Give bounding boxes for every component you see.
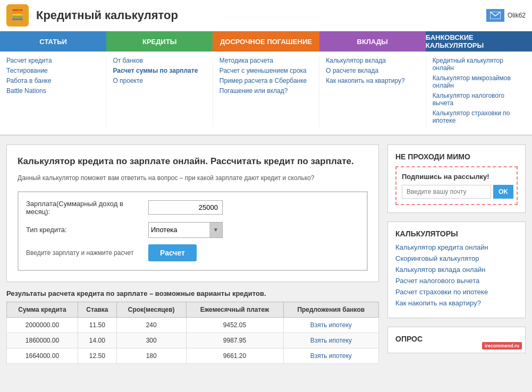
link-metodika[interactable]: Методика расчета bbox=[219, 57, 313, 64]
salary-label: Зарплата(Суммарный доход в месяц): bbox=[26, 200, 148, 216]
nav-item-kalkulyatory[interactable]: БАНКОВСКИЕ КАЛЬКУЛЯТОРЫ bbox=[426, 31, 532, 52]
calculators-section: КАЛЬКУЛЯТОРЫ Калькулятор кредита онлайн … bbox=[387, 221, 526, 318]
credit-type-label: Тип кредита: bbox=[26, 226, 148, 234]
user-name: Olik62 bbox=[508, 12, 526, 19]
cell-rate-2: 14.00 bbox=[78, 333, 116, 348]
link-strakhovki[interactable]: Калькулятор страховки по ипотеке bbox=[433, 109, 526, 124]
calc-link-2[interactable]: Скоринговый калькулятор bbox=[395, 254, 479, 262]
calc-hint: Введите зарплату и нажмите расчет bbox=[26, 249, 148, 257]
nav-item-dosrochnoe[interactable]: ДОСРОЧНОЕ ПОГАШЕНИЕ bbox=[213, 31, 319, 52]
cell-sum-1: 2000000.00 bbox=[7, 317, 78, 333]
list-item: Скоринговый калькулятор bbox=[395, 254, 518, 262]
results-table: Сумма кредита Ставка Срок(месяцев) Ежеме… bbox=[6, 302, 379, 364]
cell-sum-2: 1860000.00 bbox=[7, 333, 78, 348]
newsletter-email-input[interactable] bbox=[402, 185, 491, 199]
cell-link-2[interactable]: Взять ипотеку bbox=[283, 333, 378, 348]
recommend-badge: irecommend.ru bbox=[482, 342, 522, 350]
nav-item-statyi[interactable]: СТАТЬИ bbox=[0, 31, 106, 52]
calc-link-4[interactable]: Расчет налогового вычета bbox=[395, 277, 479, 285]
col-header-term: Срок(месяцев) bbox=[116, 302, 186, 317]
calc-link-3[interactable]: Калькулятор вклада онлайн bbox=[395, 266, 485, 274]
content-area: Калькулятор кредита по зарплате онлайн. … bbox=[6, 144, 379, 364]
header-title: Кредитный калькулятор bbox=[36, 8, 486, 22]
cell-link-1[interactable]: Взять ипотеку bbox=[283, 317, 378, 333]
cell-sum-3: 1664000.00 bbox=[7, 348, 78, 363]
dropdown-col-1: Расчет кредита Тестирование Работа в бан… bbox=[0, 57, 106, 127]
list-item: Калькулятор кредита онлайн bbox=[395, 243, 518, 251]
link-ipoteka-3[interactable]: Взять ипотеку bbox=[310, 352, 352, 360]
cell-payment-2: 9987.95 bbox=[186, 333, 283, 348]
link-primer-sberbank[interactable]: Пример расчета в Сбербанке bbox=[219, 77, 313, 84]
link-battle-nations[interactable]: Battle Nations bbox=[6, 87, 99, 95]
link-ot-bankov[interactable]: От банков bbox=[113, 57, 206, 64]
opros-section: ОПРОС irecommend.ru bbox=[387, 327, 526, 353]
logo: 🧮 bbox=[6, 4, 29, 27]
nav-item-vklady[interactable]: ВКЛАДЫ bbox=[319, 31, 426, 52]
newsletter-box: Подпишись на рассылку! OK bbox=[395, 166, 518, 205]
credit-type-select[interactable]: Ипотека Потребительский Автокредит bbox=[149, 224, 209, 236]
cell-payment-1: 9452.05 bbox=[186, 317, 283, 333]
cell-term-1: 240 bbox=[116, 317, 186, 333]
select-arrow-icon: ▼ bbox=[209, 223, 222, 237]
link-nakopyt-kvartiru[interactable]: Как накопить на квартиру? bbox=[326, 77, 419, 84]
link-kalkulator-vklada[interactable]: Калькулятор вклада bbox=[326, 57, 419, 64]
calc-link-1[interactable]: Калькулятор кредита онлайн bbox=[395, 243, 488, 251]
table-row: 1664000.00 12.50 180 9661.20 Взять ипоте… bbox=[7, 348, 379, 363]
list-item: Как накопить на квартиру? bbox=[395, 299, 518, 307]
newsletter-input-row: OK bbox=[402, 185, 511, 199]
header-user: Olik62 bbox=[486, 9, 526, 22]
dropdown-col-5: Кредитный калькулятор онлайн Калькулятор… bbox=[426, 57, 532, 127]
nav-item-kredity[interactable]: КРЕДИТЫ bbox=[106, 31, 213, 52]
calc-title: Калькулятор кредита по зарплате онлайн. … bbox=[18, 156, 368, 167]
cell-rate-3: 12.50 bbox=[78, 348, 116, 363]
credit-type-select-wrap[interactable]: Ипотека Потребительский Автокредит ▼ bbox=[148, 222, 223, 238]
calc-links-list: Калькулятор кредита онлайн Скоринговый к… bbox=[395, 243, 518, 307]
link-rabota-v-banke[interactable]: Работа в банке bbox=[6, 77, 99, 84]
link-raschet-summy[interactable]: Расчет суммы по зарплате bbox=[113, 67, 206, 74]
dropdown-nav: Расчет кредита Тестирование Работа в бан… bbox=[0, 52, 532, 136]
calculators-title: КАЛЬКУЛЯТОРЫ bbox=[395, 229, 518, 238]
col-header-payment: Ежемесячный платеж bbox=[186, 302, 283, 317]
link-o-raschete-vklada[interactable]: О расчете вклада bbox=[326, 67, 419, 74]
link-raschet-kredita[interactable]: Расчет кредита bbox=[6, 57, 99, 64]
cell-link-3[interactable]: Взять ипотеку bbox=[283, 348, 378, 363]
link-ipoteka-1[interactable]: Взять ипотеку bbox=[310, 321, 352, 329]
link-testirovanie[interactable]: Тестирование bbox=[6, 67, 99, 74]
salary-input[interactable] bbox=[148, 200, 223, 215]
dropdown-col-2: От банков Расчет суммы по зарплате О про… bbox=[106, 57, 213, 127]
newsletter-title: Не проходи мимо bbox=[395, 152, 518, 161]
cell-term-2: 300 bbox=[116, 333, 186, 348]
link-ipoteka-2[interactable]: Взять ипотеку bbox=[310, 337, 352, 344]
salary-row: Зарплата(Суммарный доход в месяц): bbox=[26, 200, 359, 216]
col-header-rate: Ставка bbox=[78, 302, 116, 317]
col-header-offers: Предложения банков bbox=[283, 302, 378, 317]
link-nalogovogo-vycheta[interactable]: Калькулятор налогового вычета bbox=[433, 92, 526, 107]
list-item: Расчет страховки по ипотеке bbox=[395, 288, 518, 296]
calc-link-5[interactable]: Расчет страховки по ипотеке bbox=[395, 288, 488, 296]
calculator-box: Калькулятор кредита по зарплате онлайн. … bbox=[6, 144, 379, 282]
link-kreditny-kalkulator[interactable]: Кредитный калькулятор онлайн bbox=[433, 57, 526, 72]
link-pogashenie-vklad[interactable]: Погашение или вклад? bbox=[219, 87, 313, 95]
link-mikrozaymov[interactable]: Калькулятор микрозаймов онлайн bbox=[433, 74, 526, 89]
link-umenshenie-sroka[interactable]: Расчет с уменьшением срока bbox=[219, 67, 313, 74]
header: 🧮 Кредитный калькулятор Olik62 bbox=[0, 0, 532, 31]
credit-type-row: Тип кредита: Ипотека Потребительский Авт… bbox=[26, 222, 359, 238]
main-nav: СТАТЬИ КРЕДИТЫ ДОСРОЧНОЕ ПОГАШЕНИЕ ВКЛАД… bbox=[0, 31, 532, 52]
envelope-icon bbox=[490, 12, 501, 19]
calc-link-6[interactable]: Как накопить на квартиру? bbox=[395, 299, 481, 307]
newsletter-box-title: Подпишись на рассылку! bbox=[402, 173, 511, 181]
calc-bottom-row: Введите зарплату и нажмите расчет Расчет bbox=[26, 244, 359, 261]
list-item: Расчет налогового вычета bbox=[395, 277, 518, 285]
cell-term-3: 180 bbox=[116, 348, 186, 363]
calc-desc: Данный калькулятор поможет вам ответить … bbox=[18, 174, 368, 183]
calc-button[interactable]: Расчет bbox=[148, 244, 197, 261]
table-row: 1860000.00 14.00 300 9987.95 Взять ипоте… bbox=[7, 333, 379, 348]
calc-form: Зарплата(Суммарный доход в месяц): Тип к… bbox=[18, 191, 368, 271]
link-o-proekte[interactable]: О проекте bbox=[113, 77, 206, 84]
dropdown-col-3: Методика расчета Расчет с уменьшением ср… bbox=[213, 57, 319, 127]
main-area: Калькулятор кредита по зарплате онлайн. … bbox=[0, 136, 532, 372]
results-title: Результаты расчета кредита по зарплате –… bbox=[6, 289, 379, 297]
table-row: 2000000.00 11.50 240 9452.05 Взять ипоте… bbox=[7, 317, 379, 333]
results-section: Результаты расчета кредита по зарплате –… bbox=[6, 289, 379, 364]
newsletter-subscribe-button[interactable]: OK bbox=[493, 185, 513, 199]
